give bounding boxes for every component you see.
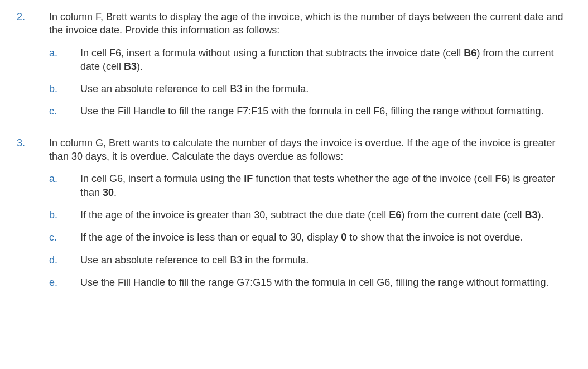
text-fragment: In column G, Brett wants to calculate th… (49, 137, 556, 162)
text-fragment: Use an absolute reference to cell B3 in … (80, 83, 309, 94)
item-number: 2. (17, 10, 49, 127)
sub-marker: b. (49, 208, 80, 222)
sub-text: In cell G6, insert a formula using the I… (80, 172, 571, 199)
sub-marker: c. (49, 231, 80, 244)
text-fragment: ) from the current date (cell (401, 209, 524, 221)
sub-marker: e. (49, 276, 80, 289)
text-fragment: 30 (103, 187, 114, 198)
sub-item: a.In cell G6, insert a formula using the… (49, 172, 571, 199)
sub-item: b.Use an absolute reference to cell B3 i… (49, 82, 571, 95)
text-fragment: In column F, Brett wants to display the … (49, 11, 563, 36)
sub-item: a.In cell F6, insert a formula without u… (49, 46, 571, 74)
text-fragment: B3 (524, 209, 537, 221)
sub-text: If the age of the invoice is greater tha… (80, 208, 571, 222)
text-fragment: In cell F6, insert a formula without usi… (80, 47, 464, 59)
sub-marker: c. (49, 104, 80, 118)
sublist: a.In cell F6, insert a formula without u… (49, 46, 571, 118)
sub-marker: d. (49, 253, 80, 267)
list-item: 2.In column F, Brett wants to display th… (17, 10, 571, 127)
text-fragment: ). (537, 209, 543, 221)
sub-item: b.If the age of the invoice is greater t… (49, 208, 571, 222)
sub-text: If the age of the invoice is less than o… (80, 231, 571, 244)
item-content: In column G, Brett wants to calculate th… (49, 136, 571, 298)
text-fragment: Use an absolute reference to cell B3 in … (80, 255, 309, 266)
sub-item: e.Use the Fill Handle to fill the range … (49, 276, 571, 289)
item-intro: In column F, Brett wants to display the … (49, 10, 571, 37)
text-fragment: In cell G6, insert a formula using the (80, 173, 244, 184)
item-intro: In column G, Brett wants to calculate th… (49, 136, 571, 164)
text-fragment: If the age of the invoice is less than o… (80, 232, 341, 243)
text-fragment: 0 (341, 232, 346, 243)
sub-text: Use an absolute reference to cell B3 in … (80, 82, 571, 95)
sub-marker: b. (49, 82, 80, 95)
text-fragment: B3 (124, 61, 137, 72)
text-fragment: F6 (495, 173, 507, 184)
sub-text: Use an absolute reference to cell B3 in … (80, 253, 571, 267)
item-number: 3. (17, 136, 49, 298)
sub-text: Use the Fill Handle to fill the range G7… (80, 276, 571, 289)
sublist: a.In cell G6, insert a formula using the… (49, 172, 571, 289)
sub-marker: a. (49, 46, 80, 74)
text-fragment: Use the Fill Handle to fill the range F7… (80, 106, 543, 117)
sub-marker: a. (49, 172, 80, 199)
sub-text: Use the Fill Handle to fill the range F7… (80, 104, 571, 118)
text-fragment: to show that the invoice is not overdue. (346, 232, 523, 243)
list-item: 3.In column G, Brett wants to calculate … (17, 136, 571, 298)
sub-item: c.Use the Fill Handle to fill the range … (49, 104, 571, 118)
sub-text: In cell F6, insert a formula without usi… (80, 46, 571, 74)
sub-item: c.If the age of the invoice is less than… (49, 231, 571, 244)
text-fragment: . (114, 187, 117, 198)
text-fragment: ). (137, 61, 143, 72)
text-fragment: E6 (389, 209, 401, 221)
sub-item: d.Use an absolute reference to cell B3 i… (49, 253, 571, 267)
text-fragment: function that tests whether the age of t… (253, 173, 495, 184)
text-fragment: If the age of the invoice is greater tha… (80, 209, 389, 221)
text-fragment: IF (244, 173, 253, 184)
text-fragment: Use the Fill Handle to fill the range G7… (80, 277, 548, 288)
document-root: 2.In column F, Brett wants to display th… (17, 10, 571, 298)
item-content: In column F, Brett wants to display the … (49, 10, 571, 127)
text-fragment: B6 (464, 47, 476, 59)
